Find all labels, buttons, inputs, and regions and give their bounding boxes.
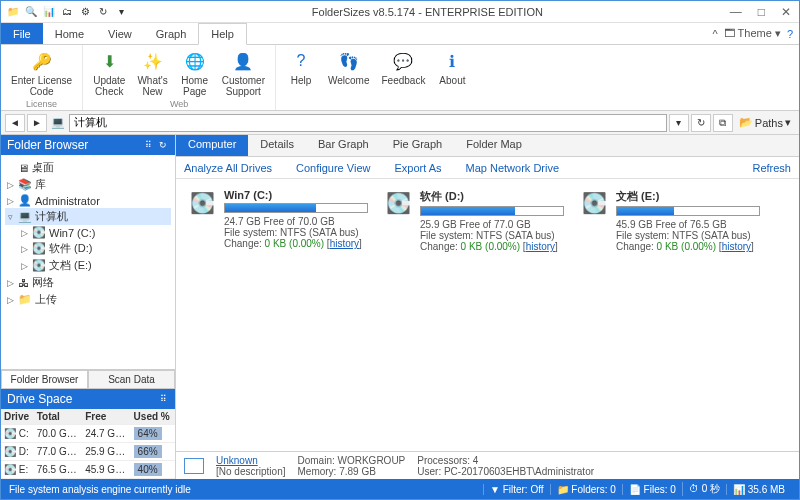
path-dropdown-button[interactable]: ▾ [669,114,689,132]
collapse-ribbon-icon[interactable]: ^ [713,28,718,40]
qa-icon-4[interactable]: ⚙ [77,4,93,20]
tree-node-computer[interactable]: ▿💻 计算机 [5,208,171,225]
tree-node-desktop[interactable]: 🖥 桌面 [5,159,171,176]
ribbon-group-web: ⬇Update Check ✨What's New 🌐Home Page 👤Cu… [83,45,276,110]
drive-filesystem: File system: NTFS (SATA bus) [420,230,564,241]
drive-name: 软件 (D:) [420,189,564,204]
qa-refresh-icon[interactable]: ↻ [95,4,111,20]
drive-usage-bar [224,203,368,213]
tab-help[interactable]: Help [198,23,247,45]
tree-node-network[interactable]: ▷🖧 网络 [5,274,171,291]
theme-menu[interactable]: 🗔 Theme ▾ [724,27,781,40]
drive-space-title: Drive Space [7,392,72,406]
feedback-button[interactable]: 💬Feedback [378,47,430,97]
content-tab-details[interactable]: Details [248,135,306,156]
paths-menu[interactable]: 📂 Paths ▾ [735,116,795,129]
update-check-button[interactable]: ⬇Update Check [89,47,129,99]
key-icon: 🔑 [30,49,54,73]
drive-usage-bar [616,206,760,216]
path-input[interactable] [69,114,667,132]
drive-space-row[interactable]: 💽 E:76.5 G…45.9 G…40% [1,461,175,479]
content-tab-folder-map[interactable]: Folder Map [454,135,534,156]
tab-home[interactable]: Home [43,23,96,44]
nav-forward-button[interactable]: ► [27,114,47,132]
system-domain: Domain: WORKGROUP [297,455,405,466]
nav-back-button[interactable]: ◄ [5,114,25,132]
help-icon[interactable]: ? [787,28,793,40]
drive-space-panel: Drive Space ⠿ Drive Total Free Used % 💽 … [1,388,175,479]
address-bar: ◄ ► 💻 ▾ ↻ ⧉ 📂 Paths ▾ [1,111,799,135]
sidebar-tabs: Folder Browser Scan Data [1,369,175,388]
drive-history-link[interactable]: history [330,238,359,249]
refresh-path-button[interactable]: ↻ [691,114,711,132]
tab-graph[interactable]: Graph [144,23,199,44]
customer-support-button[interactable]: 👤Customer Support [218,47,269,99]
drive-free-text: 24.7 GB Free of 70.0 GB [224,216,368,227]
drive-change: Change: 0 KB (0.00%) [history] [420,241,564,252]
col-total[interactable]: Total [34,409,82,425]
configure-view-link[interactable]: Configure View [296,162,370,174]
system-name-link[interactable]: Unknown [216,455,258,466]
close-button[interactable]: ✕ [777,5,795,19]
qa-dropdown-icon[interactable]: ▾ [113,4,129,20]
drive-space-row[interactable]: 💽 C:70.0 G…24.7 G…64% [1,425,175,443]
sidebar-tab-scan-data[interactable]: Scan Data [88,370,175,388]
export-as-link[interactable]: Export As [394,162,441,174]
map-network-drive-link[interactable]: Map Network Drive [466,162,560,174]
qa-icon-1[interactable]: 🔍 [23,4,39,20]
content-toolbar: Analyze All Drives Configure View Export… [176,157,799,179]
status-bar: File system analysis engine currently id… [1,479,799,499]
status-message: File system analysis engine currently id… [9,484,483,495]
col-free[interactable]: Free [82,409,130,425]
tab-view[interactable]: View [96,23,144,44]
download-icon: ⬇ [97,49,121,73]
content-tab-computer[interactable]: Computer [176,135,248,156]
tree-node-drive-e[interactable]: ▷💽 文档 (E:) [5,257,171,274]
drive-name: Win7 (C:) [224,189,368,201]
tree-node-libraries[interactable]: ▷📚 库 [5,176,171,193]
drives-list: 💽 Win7 (C:) 24.7 GB Free of 70.0 GB File… [176,179,799,451]
footsteps-icon: 👣 [337,49,361,73]
drive-history-link[interactable]: history [722,241,751,252]
minimize-button[interactable]: — [726,5,746,19]
refresh-link[interactable]: Refresh [752,162,791,174]
system-domain-block: Domain: WORKGROUP Memory: 7.89 GB [297,455,405,477]
chat-icon: 💬 [391,49,415,73]
new-window-button[interactable]: ⧉ [713,114,733,132]
drive-space-row[interactable]: 💽 D:77.0 G…25.9 G…66% [1,443,175,461]
tab-file[interactable]: File [1,23,43,44]
col-used[interactable]: Used % [131,409,175,425]
whats-new-button[interactable]: ✨What's New [133,47,171,99]
content-tabs: Computer Details Bar Graph Pie Graph Fol… [176,135,799,157]
status-memory: 📊 35.6 MB [726,484,791,495]
drive-item[interactable]: 💽 Win7 (C:) 24.7 GB Free of 70.0 GB File… [188,189,368,249]
drive-change: Change: 0 KB (0.00%) [history] [616,241,760,252]
sidebar-tab-folder-browser[interactable]: Folder Browser [1,370,88,388]
folder-browser-tools[interactable]: ⠿ ↻ [145,140,169,150]
tree-node-drive-c[interactable]: ▷💽 Win7 (C:) [5,225,171,240]
help-button[interactable]: ?Help [282,47,320,97]
home-page-button[interactable]: 🌐Home Page [176,47,214,99]
tree-node-upload[interactable]: ▷📁 上传 [5,291,171,308]
drive-item[interactable]: 💽 软件 (D:) 25.9 GB Free of 77.0 GB File s… [384,189,564,252]
drive-name: 文档 (E:) [616,189,760,204]
tree-node-drive-d[interactable]: ▷💽 软件 (D:) [5,240,171,257]
drive-item[interactable]: 💽 文档 (E:) 45.9 GB Free of 76.5 GB File s… [580,189,760,252]
welcome-button[interactable]: 👣Welcome [324,47,374,97]
enter-license-button[interactable]: 🔑 Enter License Code [7,47,76,99]
maximize-button[interactable]: □ [754,5,769,19]
col-drive[interactable]: Drive [1,409,34,425]
about-button[interactable]: ℹAbout [433,47,471,97]
analyze-all-drives-link[interactable]: Analyze All Drives [184,162,272,174]
folder-browser-header: Folder Browser ⠿ ↻ [1,135,175,155]
drive-space-tools[interactable]: ⠿ [160,394,169,404]
qa-icon-3[interactable]: 🗂 [59,4,75,20]
content-tab-bar-graph[interactable]: Bar Graph [306,135,381,156]
qa-icon-2[interactable]: 📊 [41,4,57,20]
tree-node-administrator[interactable]: ▷👤 Administrator [5,193,171,208]
drive-history-link[interactable]: history [526,241,555,252]
status-folders: 📁 Folders: 0 [550,484,622,495]
status-filter[interactable]: ▼ Filter: Off [483,484,550,495]
status-time: ⏱ 0 秒 [682,482,726,496]
content-tab-pie-graph[interactable]: Pie Graph [381,135,455,156]
